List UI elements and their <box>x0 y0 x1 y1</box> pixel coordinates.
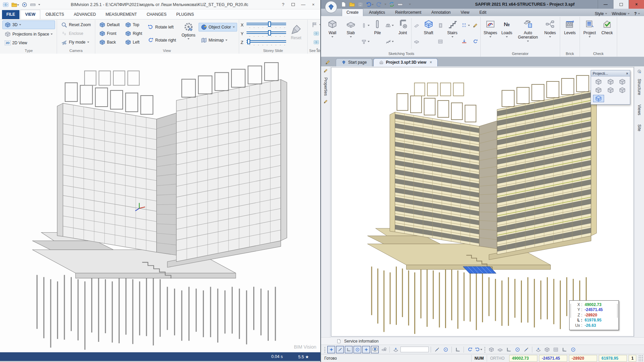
minimize-button[interactable]: — <box>299 1 308 8</box>
resize-grip[interactable] <box>638 355 643 362</box>
sketch-pencil-button[interactable] <box>472 21 479 30</box>
rotate-copy-button[interactable] <box>472 37 479 46</box>
redo-button[interactable] <box>376 1 382 7</box>
door-button[interactable] <box>437 21 444 30</box>
bottom-tool-icon[interactable] <box>522 346 530 353</box>
ribbon-collapse-button[interactable]: ^ <box>316 48 318 52</box>
snap-grid-toggle[interactable] <box>327 346 335 353</box>
lock-object-button[interactable] <box>380 346 387 353</box>
object-color-button[interactable]: Object Color <box>199 23 237 32</box>
slab-button[interactable]: Slab <box>342 17 359 50</box>
projection-axonometry-button[interactable] <box>593 95 604 102</box>
options-button[interactable]: Options <box>179 20 198 41</box>
sapfir-3d-viewport[interactable]: Projecti... × X :49002.73 <box>331 67 634 337</box>
bottom-tool-icon[interactable] <box>514 346 521 353</box>
projection-palette-titlebar[interactable]: Projecti... × <box>591 70 630 76</box>
spring-button[interactable] <box>384 37 395 46</box>
menu-objects[interactable]: OBJECTS <box>41 10 68 19</box>
minimize-button[interactable]: — <box>598 0 613 9</box>
window-button[interactable] <box>437 37 444 46</box>
maximize-button[interactable] <box>289 1 298 8</box>
wall-button[interactable]: Wall <box>324 17 341 50</box>
viewer-plugin-button[interactable] <box>311 29 322 38</box>
rotate-right-button[interactable]: Rotate right <box>145 36 178 45</box>
structure-panel-tab[interactable]: Structure <box>637 79 642 95</box>
beam-button[interactable] <box>360 37 371 46</box>
view-back-button[interactable]: Back <box>97 38 122 47</box>
corner-mode-button[interactable] <box>454 346 462 353</box>
projection-iso-button[interactable] <box>593 78 604 85</box>
rotate-x-button[interactable] <box>466 346 474 353</box>
ruler-button[interactable] <box>397 1 403 7</box>
service-information-bar[interactable]: Service information <box>321 337 644 345</box>
camera-target-icon[interactable] <box>21 2 28 8</box>
bottom-tool-icon[interactable] <box>569 346 577 353</box>
open-file-button[interactable] <box>11 2 19 8</box>
site-panel-tab[interactable]: Site <box>637 124 642 131</box>
redo-chevron-icon[interactable] <box>384 4 386 5</box>
close-icon[interactable]: × <box>626 71 628 75</box>
view-top-button[interactable]: Top <box>123 20 145 29</box>
view-2d-button[interactable]: 2D2D View <box>2 39 55 47</box>
bottom-tool-icon[interactable] <box>552 346 559 353</box>
nodes-button[interactable]: Nodes <box>542 17 558 50</box>
tab-project-3d-view[interactable]: Project 3.spf:3D view× <box>373 58 438 66</box>
projections-in-space-button[interactable]: Projections in Space <box>2 30 55 39</box>
loads-button[interactable]: №Loads <box>499 17 514 50</box>
project-button[interactable]: Project <box>581 17 598 50</box>
num-lock-indicator[interactable]: NUM <box>471 355 487 362</box>
enclose-button[interactable]: Enclose <box>59 29 93 38</box>
help-menu[interactable]: ? <box>634 11 640 16</box>
rotate-left-button[interactable]: Rotate left <box>145 23 178 32</box>
projection-top-button[interactable] <box>617 78 628 85</box>
truss-button[interactable] <box>384 21 395 30</box>
menu-changes[interactable]: CHANGES <box>142 10 171 19</box>
bottom-tool-icon[interactable] <box>487 346 495 353</box>
properties-panel-tab[interactable]: Properties <box>323 77 328 96</box>
minimap-button[interactable]: Minimap <box>199 36 237 45</box>
snap-line-toggle[interactable] <box>336 346 344 353</box>
view-left-button[interactable]: Left <box>123 38 145 47</box>
bottom-tool-icon[interactable] <box>560 346 568 353</box>
properties-pencil-icon[interactable] <box>323 68 328 74</box>
menu-advanced[interactable]: ADVANCED <box>69 10 100 19</box>
tab-annotation[interactable]: Annotation <box>427 9 455 16</box>
rotate-y-button[interactable] <box>475 346 482 353</box>
close-button[interactable]: × <box>629 0 644 9</box>
new-file-button[interactable] <box>340 1 346 7</box>
bottom-tool-icon[interactable] <box>505 346 513 353</box>
bimvision-viewport[interactable]: BIM Vision <box>0 54 320 352</box>
storey-slider-y[interactable] <box>247 30 286 37</box>
toolbar-grip[interactable] <box>324 347 326 353</box>
projection-right-button[interactable] <box>605 86 616 94</box>
snap-value-input[interactable] <box>400 347 429 352</box>
reset-zoom-button[interactable]: Reset Zoom <box>59 20 93 29</box>
view-default-button[interactable]: Default <box>97 20 122 29</box>
stacked-slabs-button[interactable] <box>413 37 420 46</box>
open-file-button[interactable] <box>349 1 355 7</box>
close-button[interactable]: × <box>309 1 318 8</box>
drop-to-level-button[interactable] <box>461 37 471 46</box>
joint-button[interactable]: Joint <box>395 17 410 50</box>
snap-angle-toggle[interactable] <box>345 346 353 353</box>
view-right-button[interactable]: Right <box>123 29 145 38</box>
qat-customize-chevron-icon[interactable] <box>38 4 40 5</box>
column-button[interactable] <box>360 21 371 30</box>
undo-button[interactable] <box>366 1 374 7</box>
save-button[interactable] <box>357 1 363 7</box>
bottom-tool-icon[interactable] <box>543 346 551 353</box>
view-3d-button[interactable]: 3D <box>2 20 55 29</box>
ortho-indicator[interactable]: ORTHO <box>487 355 507 362</box>
tab-reinforcement[interactable]: Reinforcement <box>391 9 426 16</box>
draw-circle-button[interactable] <box>442 346 449 353</box>
draw-line-button[interactable] <box>433 346 441 353</box>
menu-plugins[interactable]: PLUGINS <box>172 10 199 19</box>
bottom-tool-icon[interactable] <box>496 346 504 353</box>
sapfir-logo[interactable] <box>325 1 337 13</box>
levels-button[interactable]: Levels <box>561 17 578 50</box>
tab-start-page[interactable]: Start page <box>336 58 372 66</box>
help-button[interactable]: ? <box>279 1 287 8</box>
fly-mode-button[interactable]: Fly mode <box>59 38 93 47</box>
ramp-button[interactable] <box>413 21 420 30</box>
toolbar-grip[interactable] <box>484 347 486 353</box>
